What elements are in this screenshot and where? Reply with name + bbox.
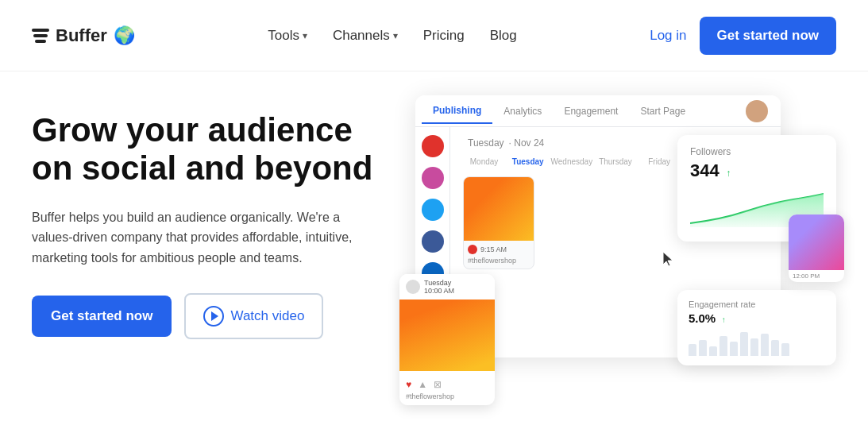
tab-publishing[interactable]: Publishing — [422, 99, 492, 124]
social-avatar-instagram[interactable] — [422, 167, 444, 189]
day-friday: Friday — [638, 155, 681, 168]
nav-channels[interactable]: Channels ▾ — [333, 28, 398, 44]
nav-links: Tools ▾ Channels ▾ Pricing Blog — [268, 28, 517, 44]
hero-section: Grow your audience on social and beyond … — [0, 72, 868, 429]
engagement-title: Engagement rate — [689, 300, 825, 309]
followers-count: 344 — [690, 160, 719, 180]
dashboard-tabs: Publishing Analytics Engagement Start Pa… — [415, 95, 781, 127]
tab-analytics[interactable]: Analytics — [492, 99, 553, 123]
bookmark-icon: ⊠ — [434, 379, 442, 390]
phone-post-time: Tuesday — [424, 279, 454, 287]
bar-2 — [699, 340, 707, 356]
phone-post-avatar — [406, 280, 420, 294]
bar-5 — [730, 342, 738, 356]
bar-3 — [709, 346, 717, 356]
bar-6 — [740, 332, 748, 356]
small-time-label: 12:00 PM — [789, 270, 844, 282]
buffer-logo-icon — [32, 29, 49, 43]
logo[interactable]: Buffer 🌍 — [32, 25, 135, 46]
post-image-1 — [464, 177, 534, 241]
tab-engagement[interactable]: Engagement — [553, 99, 629, 123]
phone-post-card: Tuesday 10:00 AM ♥ ▲ ⊠ #theflowershop — [399, 274, 495, 405]
login-button[interactable]: Log in — [650, 28, 686, 44]
followers-title: Followers — [690, 146, 824, 157]
phone-post-image — [399, 300, 495, 371]
nav-cta-button[interactable]: Get started now — [700, 17, 836, 55]
bar-4 — [719, 336, 727, 356]
social-avatar-pinterest[interactable] — [422, 135, 444, 157]
phone-post-header: Tuesday 10:00 AM — [399, 274, 495, 300]
hero-dashboard-mockup: Publishing Analytics Engagement Start Pa… — [392, 95, 836, 413]
tab-start-page[interactable]: Start Page — [629, 99, 696, 123]
bar-10 — [781, 343, 789, 356]
hero-description: Buffer helps you build an audience organ… — [32, 207, 365, 269]
day-tuesday: Tuesday — [507, 155, 549, 168]
hero-heading: Grow your audience on social and beyond — [32, 111, 389, 188]
phone-post-hashtag: #theflowershop — [406, 392, 488, 400]
bar-9 — [771, 340, 779, 356]
navbar: Buffer 🌍 Tools ▾ Channels ▾ Pricing Blog… — [0, 0, 868, 72]
play-icon — [203, 306, 224, 327]
globe-icon: 🌍 — [114, 25, 135, 46]
nav-pricing[interactable]: Pricing — [423, 28, 465, 44]
post-platform-icon — [468, 245, 477, 254]
post-card-1: 9:15 AM #theflowershop — [463, 176, 534, 269]
heart-icon: ♥ — [406, 379, 411, 390]
logo-text: Buffer — [56, 25, 107, 46]
post-meta-1: 9:15 AM #theflowershop — [464, 241, 534, 269]
play-triangle — [211, 311, 218, 321]
post-time: 9:15 AM — [480, 245, 507, 253]
engagement-card: Engagement rate 5.0% ↑ — [677, 290, 836, 365]
nav-blog[interactable]: Blog — [490, 28, 517, 44]
chevron-down-icon: ▾ — [393, 30, 398, 41]
mouse-cursor — [662, 250, 676, 265]
followers-up-icon: ↑ — [726, 168, 731, 179]
social-avatar-facebook[interactable] — [422, 230, 444, 253]
post-hashtag: #theflowershop — [468, 257, 530, 265]
followers-count-row: 344 ↑ — [690, 160, 824, 181]
dashboard-user-avatar — [746, 100, 768, 122]
day-monday: Monday — [463, 155, 505, 168]
engagement-up-icon: ↑ — [722, 315, 726, 324]
bar-8 — [761, 334, 769, 356]
day-thursday: Thursday — [594, 155, 636, 168]
small-post-image — [789, 214, 844, 270]
chevron-down-icon: ▾ — [303, 30, 307, 41]
day-wednesday: Wednesday — [550, 155, 592, 168]
phone-post-footer: ♥ ▲ ⊠ #theflowershop — [399, 371, 495, 405]
watch-video-button[interactable]: Watch video — [184, 293, 323, 339]
nav-tools[interactable]: Tools ▾ — [268, 28, 307, 44]
hero-cta-button[interactable]: Get started now — [32, 296, 172, 337]
hero-buttons: Get started now Watch video — [32, 293, 389, 339]
small-image-card: 12:00 PM — [789, 214, 844, 282]
hero-content: Grow your audience on social and beyond … — [32, 103, 389, 339]
share-icon: ▲ — [418, 379, 427, 390]
nav-actions: Log in Get started now — [650, 17, 836, 55]
phone-post-date: 10:00 AM — [424, 287, 454, 295]
engagement-bars — [689, 330, 825, 356]
social-avatar-twitter[interactable] — [422, 199, 444, 221]
bar-7 — [750, 338, 758, 356]
bar-1 — [689, 344, 696, 356]
engagement-value: 5.0% — [689, 311, 716, 325]
